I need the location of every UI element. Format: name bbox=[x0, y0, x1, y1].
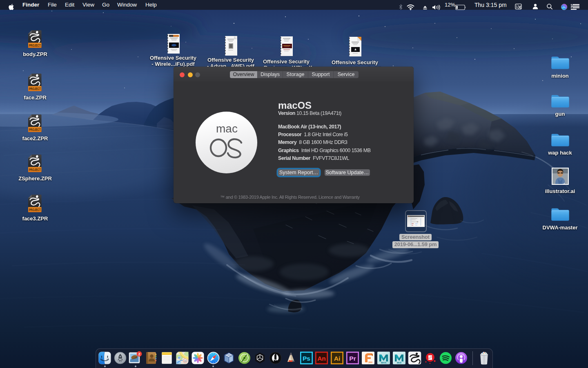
svg-text:PROJECT: PROJECT bbox=[29, 168, 41, 172]
svg-text:A: A bbox=[178, 357, 180, 359]
svg-text:PROJECT: PROJECT bbox=[29, 128, 41, 132]
svg-text:30: 30 bbox=[184, 360, 186, 362]
svg-text:Ai: Ai bbox=[334, 355, 341, 362]
svg-text:MUD: MUD bbox=[397, 362, 401, 364]
svg-text:MAYA: MAYA bbox=[381, 362, 387, 364]
svg-text:PROJECT: PROJECT bbox=[29, 208, 41, 212]
svg-text:PROJECT: PROJECT bbox=[29, 43, 41, 47]
svg-text:2: 2 bbox=[138, 352, 140, 356]
svg-text:PROJECT: PROJECT bbox=[29, 87, 41, 91]
svg-text:An: An bbox=[318, 355, 326, 362]
svg-text:360: 360 bbox=[368, 361, 373, 364]
svg-text:mac: mac bbox=[216, 123, 238, 135]
svg-text:Pr: Pr bbox=[350, 355, 356, 362]
svg-text:Ps: Ps bbox=[303, 355, 310, 362]
